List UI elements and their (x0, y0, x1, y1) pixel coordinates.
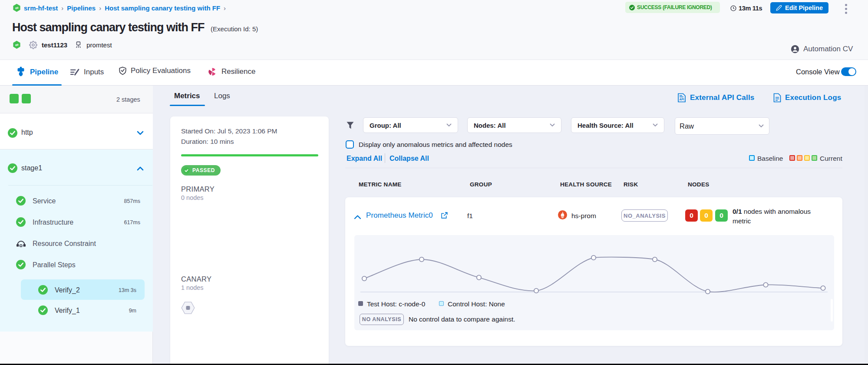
svg-text:API: API (680, 98, 684, 101)
